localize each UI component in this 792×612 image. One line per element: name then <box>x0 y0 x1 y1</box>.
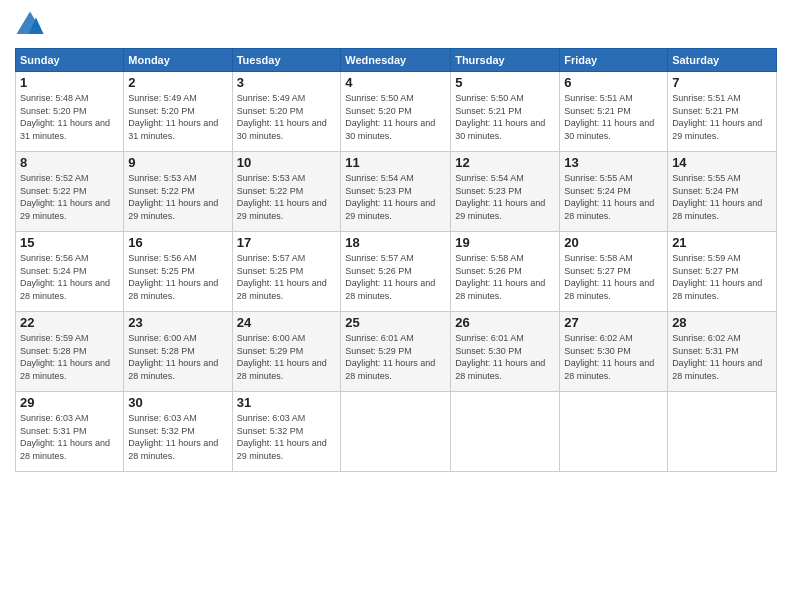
day-info: Sunrise: 5:57 AM Sunset: 5:25 PM Dayligh… <box>237 252 337 302</box>
day-number: 25 <box>345 315 446 330</box>
day-number: 17 <box>237 235 337 250</box>
calendar-cell: 22 Sunrise: 5:59 AM Sunset: 5:28 PM Dayl… <box>16 312 124 392</box>
calendar-cell: 8 Sunrise: 5:52 AM Sunset: 5:22 PM Dayli… <box>16 152 124 232</box>
day-number: 14 <box>672 155 772 170</box>
day-number: 10 <box>237 155 337 170</box>
day-number: 16 <box>128 235 227 250</box>
day-info: Sunrise: 5:58 AM Sunset: 5:27 PM Dayligh… <box>564 252 663 302</box>
calendar-cell: 15 Sunrise: 5:56 AM Sunset: 5:24 PM Dayl… <box>16 232 124 312</box>
day-number: 22 <box>20 315 119 330</box>
calendar-cell: 27 Sunrise: 6:02 AM Sunset: 5:30 PM Dayl… <box>560 312 668 392</box>
day-number: 4 <box>345 75 446 90</box>
day-info: Sunrise: 6:00 AM Sunset: 5:29 PM Dayligh… <box>237 332 337 382</box>
day-number: 1 <box>20 75 119 90</box>
day-info: Sunrise: 5:51 AM Sunset: 5:21 PM Dayligh… <box>564 92 663 142</box>
day-info: Sunrise: 6:03 AM Sunset: 5:32 PM Dayligh… <box>128 412 227 462</box>
calendar-cell: 19 Sunrise: 5:58 AM Sunset: 5:26 PM Dayl… <box>451 232 560 312</box>
calendar-cell: 25 Sunrise: 6:01 AM Sunset: 5:29 PM Dayl… <box>341 312 451 392</box>
calendar-header-thursday: Thursday <box>451 49 560 72</box>
day-info: Sunrise: 6:01 AM Sunset: 5:30 PM Dayligh… <box>455 332 555 382</box>
calendar-header-friday: Friday <box>560 49 668 72</box>
day-number: 3 <box>237 75 337 90</box>
calendar-cell: 16 Sunrise: 5:56 AM Sunset: 5:25 PM Dayl… <box>124 232 232 312</box>
day-info: Sunrise: 5:53 AM Sunset: 5:22 PM Dayligh… <box>128 172 227 222</box>
day-number: 27 <box>564 315 663 330</box>
day-info: Sunrise: 5:55 AM Sunset: 5:24 PM Dayligh… <box>672 172 772 222</box>
day-info: Sunrise: 5:59 AM Sunset: 5:27 PM Dayligh… <box>672 252 772 302</box>
calendar-cell: 7 Sunrise: 5:51 AM Sunset: 5:21 PM Dayli… <box>668 72 777 152</box>
day-info: Sunrise: 5:54 AM Sunset: 5:23 PM Dayligh… <box>345 172 446 222</box>
day-number: 13 <box>564 155 663 170</box>
day-number: 20 <box>564 235 663 250</box>
day-info: Sunrise: 5:53 AM Sunset: 5:22 PM Dayligh… <box>237 172 337 222</box>
day-number: 15 <box>20 235 119 250</box>
calendar-cell <box>341 392 451 472</box>
day-number: 8 <box>20 155 119 170</box>
day-info: Sunrise: 6:02 AM Sunset: 5:30 PM Dayligh… <box>564 332 663 382</box>
calendar-cell: 29 Sunrise: 6:03 AM Sunset: 5:31 PM Dayl… <box>16 392 124 472</box>
day-number: 12 <box>455 155 555 170</box>
calendar-header-tuesday: Tuesday <box>232 49 341 72</box>
day-info: Sunrise: 5:49 AM Sunset: 5:20 PM Dayligh… <box>237 92 337 142</box>
day-info: Sunrise: 5:56 AM Sunset: 5:24 PM Dayligh… <box>20 252 119 302</box>
day-info: Sunrise: 5:56 AM Sunset: 5:25 PM Dayligh… <box>128 252 227 302</box>
day-info: Sunrise: 5:48 AM Sunset: 5:20 PM Dayligh… <box>20 92 119 142</box>
logo-icon <box>15 10 45 40</box>
calendar-cell: 4 Sunrise: 5:50 AM Sunset: 5:20 PM Dayli… <box>341 72 451 152</box>
calendar-cell: 20 Sunrise: 5:58 AM Sunset: 5:27 PM Dayl… <box>560 232 668 312</box>
day-number: 26 <box>455 315 555 330</box>
calendar-table: SundayMondayTuesdayWednesdayThursdayFrid… <box>15 48 777 472</box>
calendar-header-saturday: Saturday <box>668 49 777 72</box>
calendar-cell: 13 Sunrise: 5:55 AM Sunset: 5:24 PM Dayl… <box>560 152 668 232</box>
calendar-week-5: 29 Sunrise: 6:03 AM Sunset: 5:31 PM Dayl… <box>16 392 777 472</box>
day-number: 9 <box>128 155 227 170</box>
calendar-cell: 26 Sunrise: 6:01 AM Sunset: 5:30 PM Dayl… <box>451 312 560 392</box>
day-number: 5 <box>455 75 555 90</box>
calendar-header-monday: Monday <box>124 49 232 72</box>
calendar-cell: 6 Sunrise: 5:51 AM Sunset: 5:21 PM Dayli… <box>560 72 668 152</box>
calendar-cell: 14 Sunrise: 5:55 AM Sunset: 5:24 PM Dayl… <box>668 152 777 232</box>
calendar-cell: 31 Sunrise: 6:03 AM Sunset: 5:32 PM Dayl… <box>232 392 341 472</box>
calendar-cell: 11 Sunrise: 5:54 AM Sunset: 5:23 PM Dayl… <box>341 152 451 232</box>
day-info: Sunrise: 5:55 AM Sunset: 5:24 PM Dayligh… <box>564 172 663 222</box>
day-info: Sunrise: 6:01 AM Sunset: 5:29 PM Dayligh… <box>345 332 446 382</box>
day-number: 7 <box>672 75 772 90</box>
calendar-cell: 12 Sunrise: 5:54 AM Sunset: 5:23 PM Dayl… <box>451 152 560 232</box>
calendar-cell: 18 Sunrise: 5:57 AM Sunset: 5:26 PM Dayl… <box>341 232 451 312</box>
day-info: Sunrise: 5:50 AM Sunset: 5:20 PM Dayligh… <box>345 92 446 142</box>
day-number: 2 <box>128 75 227 90</box>
calendar-week-1: 1 Sunrise: 5:48 AM Sunset: 5:20 PM Dayli… <box>16 72 777 152</box>
day-number: 30 <box>128 395 227 410</box>
calendar-cell: 24 Sunrise: 6:00 AM Sunset: 5:29 PM Dayl… <box>232 312 341 392</box>
day-info: Sunrise: 5:52 AM Sunset: 5:22 PM Dayligh… <box>20 172 119 222</box>
day-info: Sunrise: 6:03 AM Sunset: 5:32 PM Dayligh… <box>237 412 337 462</box>
calendar-cell <box>560 392 668 472</box>
header <box>15 10 777 40</box>
day-number: 23 <box>128 315 227 330</box>
calendar-header-wednesday: Wednesday <box>341 49 451 72</box>
calendar-header-row: SundayMondayTuesdayWednesdayThursdayFrid… <box>16 49 777 72</box>
day-number: 6 <box>564 75 663 90</box>
calendar-cell: 1 Sunrise: 5:48 AM Sunset: 5:20 PM Dayli… <box>16 72 124 152</box>
day-info: Sunrise: 5:59 AM Sunset: 5:28 PM Dayligh… <box>20 332 119 382</box>
calendar-cell: 28 Sunrise: 6:02 AM Sunset: 5:31 PM Dayl… <box>668 312 777 392</box>
calendar-cell: 2 Sunrise: 5:49 AM Sunset: 5:20 PM Dayli… <box>124 72 232 152</box>
calendar-cell <box>668 392 777 472</box>
calendar-week-4: 22 Sunrise: 5:59 AM Sunset: 5:28 PM Dayl… <box>16 312 777 392</box>
day-info: Sunrise: 5:58 AM Sunset: 5:26 PM Dayligh… <box>455 252 555 302</box>
day-info: Sunrise: 6:02 AM Sunset: 5:31 PM Dayligh… <box>672 332 772 382</box>
calendar-cell: 10 Sunrise: 5:53 AM Sunset: 5:22 PM Dayl… <box>232 152 341 232</box>
day-info: Sunrise: 6:03 AM Sunset: 5:31 PM Dayligh… <box>20 412 119 462</box>
logo <box>15 10 49 40</box>
day-number: 31 <box>237 395 337 410</box>
day-info: Sunrise: 5:54 AM Sunset: 5:23 PM Dayligh… <box>455 172 555 222</box>
day-info: Sunrise: 6:00 AM Sunset: 5:28 PM Dayligh… <box>128 332 227 382</box>
day-info: Sunrise: 5:57 AM Sunset: 5:26 PM Dayligh… <box>345 252 446 302</box>
day-number: 11 <box>345 155 446 170</box>
calendar-cell: 17 Sunrise: 5:57 AM Sunset: 5:25 PM Dayl… <box>232 232 341 312</box>
calendar-cell: 23 Sunrise: 6:00 AM Sunset: 5:28 PM Dayl… <box>124 312 232 392</box>
calendar-cell: 21 Sunrise: 5:59 AM Sunset: 5:27 PM Dayl… <box>668 232 777 312</box>
day-info: Sunrise: 5:49 AM Sunset: 5:20 PM Dayligh… <box>128 92 227 142</box>
day-info: Sunrise: 5:51 AM Sunset: 5:21 PM Dayligh… <box>672 92 772 142</box>
day-info: Sunrise: 5:50 AM Sunset: 5:21 PM Dayligh… <box>455 92 555 142</box>
